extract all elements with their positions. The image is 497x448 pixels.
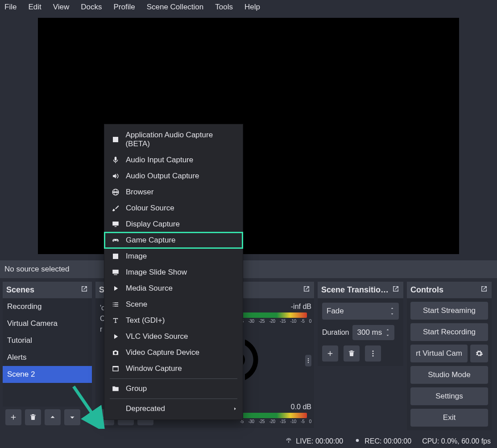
menu-item-application-audio-capture-beta[interactable]: Application Audio Capture (BETA): [104, 127, 243, 152]
scene-item[interactable]: Recording: [3, 298, 92, 315]
menu-item-group[interactable]: Group: [104, 381, 243, 397]
add-transition-button[interactable]: [322, 345, 338, 362]
menu-edit[interactable]: Edit: [28, 3, 41, 12]
virtual-cam-settings-button[interactable]: [470, 345, 488, 362]
transition-properties-button[interactable]: [365, 345, 381, 362]
remove-scene-button[interactable]: [25, 409, 41, 425]
studio-mode-button[interactable]: Studio Mode: [410, 366, 488, 384]
menu-item-scene[interactable]: Scene: [104, 296, 243, 312]
menu-item-audio-output-capture[interactable]: Audio Output Capture: [104, 168, 243, 184]
brush-icon: [111, 204, 120, 212]
menu-item-vlc-video-source[interactable]: VLC Video Source: [104, 329, 243, 345]
transitions-dock: Scene Transitio… Fade Duration 300 ms: [318, 282, 403, 357]
status-live: LIVE: 00:00:00: [296, 437, 343, 445]
separator: [110, 399, 237, 399]
settings-button[interactable]: Settings: [410, 387, 488, 405]
menu-scene-collection[interactable]: Scene Collection: [147, 3, 204, 12]
menubar: File Edit View Docks Profile Scene Colle…: [0, 0, 497, 16]
status-bar: LIVE: 00:00:00 REC: 00:00:00 CPU: 0.0%, …: [0, 435, 497, 448]
audio-scale-2: -5-30-25-20-15-10-50: [240, 419, 311, 424]
menu-item-label: Audio Input Capture: [126, 156, 193, 164]
scene-item[interactable]: Scene 2: [3, 366, 92, 383]
start-virtual-cam-button[interactable]: rt Virtual Cam: [410, 345, 468, 362]
menu-item-label: Video Capture Device: [126, 348, 199, 357]
monitor-icon: [111, 220, 120, 228]
menu-item-label: Colour Source: [126, 204, 174, 213]
preview-canvas[interactable]: [38, 18, 459, 254]
remove-transition-button[interactable]: [344, 345, 360, 362]
menu-item-media-source[interactable]: Media Source: [104, 280, 243, 296]
menu-item-image-slide-show[interactable]: Image Slide Show: [104, 264, 243, 280]
menu-item-image[interactable]: Image: [104, 248, 243, 264]
speaker-icon: [111, 172, 120, 180]
audio-db-2: 0.0 dB: [240, 403, 311, 411]
audio-meter-2: [240, 413, 307, 418]
app-audio-icon: [111, 136, 120, 144]
annotation-arrow: [69, 384, 105, 431]
popout-icon[interactable]: [480, 285, 488, 295]
add-scene-button[interactable]: [5, 409, 21, 425]
menu-item-label: Scene: [126, 300, 147, 309]
source-toolbar-label: No source selected: [0, 260, 497, 278]
menu-item-audio-input-capture[interactable]: Audio Input Capture: [104, 152, 243, 168]
menu-item-label: Display Capture: [126, 220, 180, 229]
menu-item-game-capture[interactable]: Game Capture: [104, 232, 243, 248]
menu-file[interactable]: File: [4, 3, 17, 12]
menu-help[interactable]: Help: [244, 3, 260, 12]
menu-item-label: Window Capture: [126, 364, 182, 373]
menu-item-label: Deprecated: [126, 404, 165, 413]
svg-line-4: [74, 386, 98, 422]
audio-options-button[interactable]: [305, 355, 311, 366]
menu-item-label: Browser: [126, 188, 153, 197]
scene-item[interactable]: Virtual Camera: [3, 315, 92, 332]
list-icon: [111, 300, 120, 308]
menu-item-label: Text (GDI+): [126, 316, 165, 325]
menu-view[interactable]: View: [53, 3, 70, 12]
scene-list: RecordingVirtual CameraTutorialAlertsSce…: [3, 298, 92, 383]
controls-title: Controls: [410, 285, 443, 295]
menu-item-label: Image: [126, 252, 147, 261]
popout-icon[interactable]: [80, 285, 88, 295]
menu-docks[interactable]: Docks: [81, 3, 102, 12]
menu-item-colour-source[interactable]: Colour Source: [104, 200, 243, 216]
window-icon: [111, 365, 120, 373]
menu-tools[interactable]: Tools: [215, 3, 233, 12]
folder-icon: [111, 385, 120, 393]
transition-select[interactable]: Fade: [322, 303, 399, 320]
play-icon: [111, 333, 120, 341]
slideshow-icon: [111, 268, 120, 276]
play-icon: [111, 284, 120, 292]
record-icon: [354, 437, 361, 446]
text-icon: [111, 316, 120, 325]
menu-item-video-capture-device[interactable]: Video Capture Device: [104, 345, 243, 361]
duration-label: Duration: [322, 329, 349, 337]
start-streaming-button[interactable]: Start Streaming: [410, 302, 488, 320]
add-source-context-menu: Application Audio Capture (BETA)Audio In…: [104, 124, 243, 420]
menu-item-deprecated[interactable]: Deprecated: [104, 401, 243, 417]
exit-button[interactable]: Exit: [410, 409, 488, 427]
globe-icon: [111, 188, 120, 196]
start-recording-button[interactable]: Start Recording: [410, 323, 488, 341]
menu-item-window-capture[interactable]: Window Capture: [104, 361, 243, 377]
duration-spinner[interactable]: 300 ms: [352, 325, 394, 340]
camera-icon: [111, 349, 120, 357]
menu-item-label: Game Capture: [126, 236, 176, 245]
menu-item-label: Audio Output Capture: [126, 172, 199, 181]
scene-item[interactable]: Tutorial: [3, 332, 92, 349]
menu-item-display-capture[interactable]: Display Capture: [104, 216, 243, 232]
audio-scale-1: -5-30-25-20-15-10-50: [240, 319, 311, 324]
transitions-title: Scene Transitio…: [321, 285, 389, 295]
menu-profile[interactable]: Profile: [113, 3, 135, 12]
scene-item[interactable]: Alerts: [3, 349, 92, 366]
move-scene-up-button[interactable]: [45, 409, 61, 425]
signal-icon: [285, 437, 292, 446]
status-rec: REC: 00:00:00: [364, 437, 411, 445]
menu-item-text-gdi[interactable]: Text (GDI+): [104, 312, 243, 329]
popout-icon[interactable]: [392, 285, 400, 295]
menu-item-label: Group: [126, 384, 147, 393]
popout-icon[interactable]: [302, 285, 311, 295]
image-icon: [111, 252, 120, 260]
menu-item-browser[interactable]: Browser: [104, 184, 243, 200]
audio-meter-1: [240, 312, 307, 318]
audio-db-1: -inf dB: [240, 303, 311, 311]
